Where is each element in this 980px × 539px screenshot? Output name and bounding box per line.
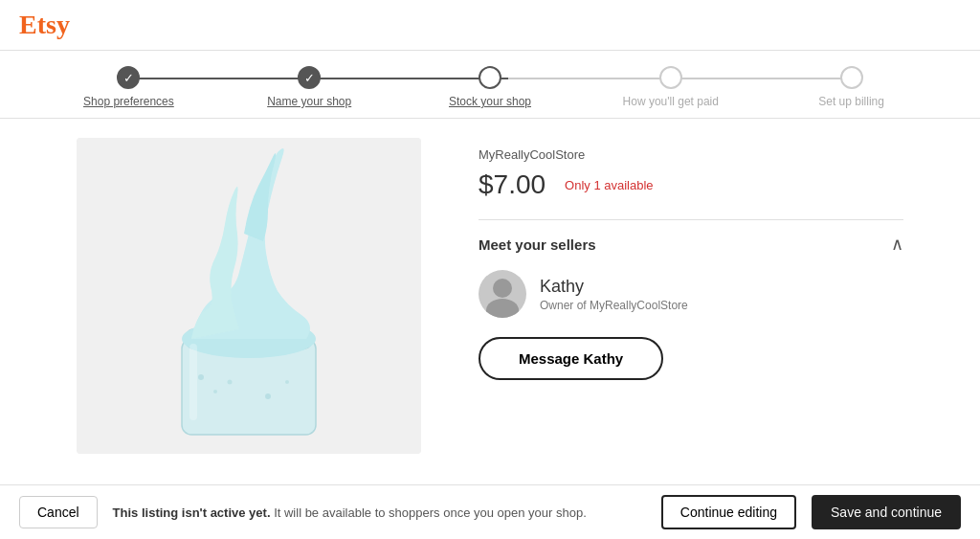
footer-bar: Cancel This listing isn't active yet. It… bbox=[0, 484, 980, 539]
svg-point-10 bbox=[493, 279, 512, 298]
etsy-logo: Etsy bbox=[19, 10, 70, 40]
svg-point-11 bbox=[486, 299, 519, 318]
svg-point-7 bbox=[265, 393, 271, 399]
main-content: MyReallyCoolStore $7.00 Only 1 available… bbox=[0, 119, 980, 502]
step-label-1[interactable]: Shop preferences bbox=[83, 95, 174, 108]
header: Etsy bbox=[0, 0, 980, 51]
step-circle-4 bbox=[659, 66, 682, 89]
step-circle-3 bbox=[479, 66, 501, 89]
product-image-container bbox=[77, 138, 421, 454]
step-shop-preferences[interactable]: ✓ Shop preferences bbox=[38, 66, 219, 108]
footer-message: This listing isn't active yet. It will b… bbox=[113, 505, 646, 520]
svg-point-6 bbox=[228, 380, 233, 385]
availability-badge: Only 1 available bbox=[565, 178, 654, 192]
footer-message-strong: This listing isn't active yet. bbox=[113, 505, 271, 520]
cancel-button[interactable]: Cancel bbox=[19, 496, 98, 528]
step-circle-1: ✓ bbox=[117, 66, 140, 89]
seller-avatar bbox=[479, 270, 526, 318]
sellers-header: Meet your sellers ∧ bbox=[479, 234, 903, 255]
svg-point-5 bbox=[213, 390, 217, 393]
step-circle-2: ✓ bbox=[298, 66, 321, 89]
seller-role: Owner of MyReallyCoolStore bbox=[540, 299, 688, 312]
message-seller-button[interactable]: Message Kathy bbox=[479, 337, 663, 380]
step-get-paid[interactable]: How you'll get paid bbox=[580, 66, 761, 108]
seller-row: Kathy Owner of MyReallyCoolStore bbox=[479, 270, 903, 318]
seller-name: Kathy bbox=[540, 277, 688, 297]
seller-info: Kathy Owner of MyReallyCoolStore bbox=[540, 277, 688, 312]
product-info: MyReallyCoolStore $7.00 Only 1 available… bbox=[479, 138, 903, 483]
avatar-svg bbox=[479, 270, 526, 318]
svg-point-8 bbox=[285, 380, 289, 384]
sellers-title: Meet your sellers bbox=[479, 236, 596, 253]
sellers-collapse-icon[interactable]: ∧ bbox=[891, 234, 903, 255]
step-stock-shop[interactable]: Stock your shop bbox=[400, 66, 581, 108]
product-price: $7.00 bbox=[479, 169, 546, 200]
progress-bar: ✓ Shop preferences ✓ Name your shop Stoc… bbox=[0, 51, 980, 119]
sellers-section: Meet your sellers ∧ Kathy Owner of MyRea… bbox=[479, 219, 903, 380]
step-label-5[interactable]: Set up billing bbox=[818, 95, 884, 108]
svg-point-4 bbox=[198, 374, 204, 380]
step-label-2[interactable]: Name your shop bbox=[267, 95, 351, 108]
save-continue-button[interactable]: Save and continue bbox=[812, 495, 961, 529]
svg-rect-9 bbox=[189, 344, 197, 420]
continue-editing-button[interactable]: Continue editing bbox=[661, 495, 796, 529]
store-name: MyReallyCoolStore bbox=[479, 147, 903, 162]
step-billing[interactable]: Set up billing bbox=[761, 66, 942, 108]
step-label-3[interactable]: Stock your shop bbox=[449, 95, 531, 108]
product-image bbox=[77, 138, 421, 454]
step-circle-5 bbox=[840, 66, 863, 89]
price-row: $7.00 Only 1 available bbox=[479, 169, 903, 200]
step-label-4[interactable]: How you'll get paid bbox=[623, 95, 719, 108]
footer-message-detail: It will be available to shoppers once yo… bbox=[271, 505, 587, 520]
step-name-shop[interactable]: ✓ Name your shop bbox=[219, 66, 400, 108]
